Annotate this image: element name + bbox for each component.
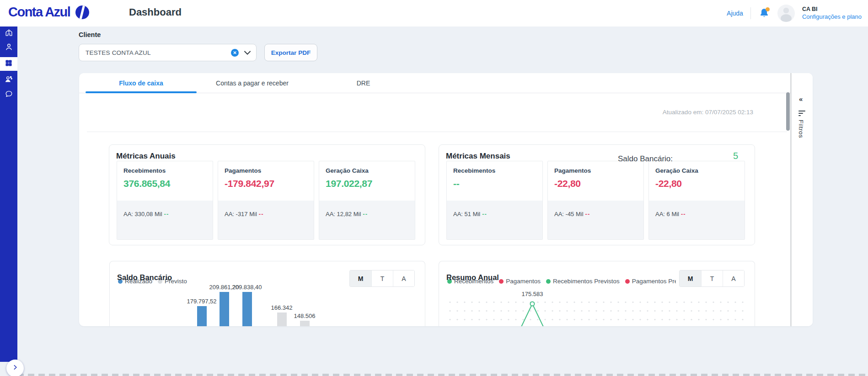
user-icon	[5, 42, 13, 53]
bar-value-label: 148.506	[283, 312, 326, 319]
sidebar-item-clients[interactable]	[0, 73, 17, 87]
sidebar-item-profile[interactable]	[0, 41, 17, 54]
dashboard-grid-icon	[5, 59, 13, 69]
trend-indicator: --	[363, 211, 368, 217]
period-button-t[interactable]: T	[701, 270, 723, 286]
metric-value: -22,80	[554, 178, 581, 189]
trend-indicator: --	[585, 211, 590, 217]
conta-azul-logo[interactable]: Conta Azul	[8, 5, 89, 20]
export-pdf-button[interactable]: Exportar PDF	[264, 44, 317, 61]
metric-label: Recebimentos	[123, 167, 166, 174]
metric-card-recebimentos: Recebimentos376.865,84AA: 330,08 Mil--	[117, 161, 213, 240]
annual-metrics-section: Métricas Anuais Recebimentos376.865,84AA…	[109, 144, 425, 245]
peak-value-label: 175.583	[514, 291, 551, 297]
bank-balance-label: Saldo Bancário:	[618, 154, 673, 164]
bar-value-label: 209.838,40	[225, 284, 268, 291]
tab-dre[interactable]: DRE	[308, 73, 419, 93]
chat-icon	[5, 90, 13, 100]
logo-wordmark: Conta Azul	[8, 5, 70, 20]
bar-realizado[interactable]	[197, 306, 207, 326]
sidebar-expand-button[interactable]	[6, 360, 24, 376]
tab-fluxo-de-caixa[interactable]: Fluxo de caixa	[86, 73, 197, 93]
metric-footer-text: AA: 12,82 Mil	[326, 211, 361, 217]
clients-icon	[4, 74, 13, 85]
conta-azul-logo-icon	[75, 5, 89, 19]
notifications-bell-icon[interactable]	[758, 7, 770, 19]
chevron-down-icon	[244, 48, 251, 57]
metric-card-pagamentos: Pagamentos-179.842,97AA: -317 Mil--	[218, 161, 314, 240]
last-updated-text: Atualizado em: 07/07/2025 02:13	[663, 109, 753, 116]
metric-card-gera-o-caixa: Geração Caixa197.022,87AA: 12,82 Mil--	[319, 161, 415, 240]
bank-balance-count: 5	[733, 151, 738, 161]
sidebar-item-dashboard[interactable]	[0, 57, 17, 71]
metric-card-pagamentos: Pagamentos-22,80AA: -45 Mil--	[547, 161, 644, 240]
metric-label: Pagamentos	[554, 167, 591, 174]
metric-value: 376.865,84	[123, 178, 170, 189]
metric-label: Geração Caixa	[655, 167, 698, 174]
monthly-metrics-section: Métricas Mensais Saldo Bancário: 5 Receb…	[439, 144, 755, 245]
filter-icon	[798, 111, 805, 116]
page-bottom-dashed-edge	[17, 374, 868, 376]
trend-indicator: --	[482, 211, 487, 217]
header-divider	[750, 7, 751, 19]
filters-label: Filtros	[798, 120, 804, 138]
metric-footer-text: AA: 51 Mil	[453, 211, 480, 217]
period-toggle: MTA	[679, 270, 745, 287]
scrollbar-thumb[interactable]	[786, 92, 790, 131]
bar-value-label: 179.797,52	[180, 298, 223, 305]
sidebar-item-home[interactable]	[0, 26, 17, 40]
client-select-value: TESTES CONTA AZUL	[86, 49, 231, 56]
metric-footer: AA: 330,08 Mil--	[117, 201, 213, 239]
metric-footer: AA: 12,82 Mil--	[319, 201, 415, 239]
home-icon	[5, 28, 13, 39]
period-button-a[interactable]: A	[393, 270, 414, 286]
user-avatar[interactable]	[777, 5, 795, 22]
monthly-metrics-title: Métricas Mensais	[446, 152, 510, 161]
metric-value: -22,80	[655, 178, 682, 189]
annual-metrics-title: Métricas Anuais	[116, 152, 176, 161]
period-button-m[interactable]: M	[680, 270, 701, 286]
period-button-t[interactable]: T	[371, 270, 393, 286]
metric-value: -179.842,97	[225, 178, 274, 189]
help-link[interactable]: Ajuda	[727, 10, 743, 17]
metric-footer: AA: 51 Mil--	[447, 201, 542, 239]
annual-summary-chart-card: RecebimentosPagamentosRecebimentos Previ…	[439, 261, 755, 326]
dashboard-panel: Fluxo de caixaContas a pagar e receberDR…	[79, 73, 813, 326]
metric-label: Recebimentos	[453, 167, 495, 174]
page-title: Dashboard	[129, 6, 182, 18]
metric-label: Geração Caixa	[326, 167, 369, 174]
metric-footer: AA: -45 Mil--	[548, 201, 643, 239]
metric-footer: AA: -317 Mil--	[218, 201, 314, 239]
metric-card-gera-o-caixa: Geração Caixa-22,80AA: 6 Mil--	[648, 161, 745, 240]
clear-selection-icon[interactable]: ✕	[231, 49, 239, 57]
sidebar-item-chat[interactable]	[0, 88, 17, 101]
divider	[87, 132, 787, 132]
client-field-label: Cliente	[79, 31, 101, 38]
notification-badge	[766, 7, 770, 11]
bank-balance-chart-card: RealizadoPrevisto Saldo Bancário MTA 179…	[109, 261, 425, 326]
metric-footer: AA: 6 Mil--	[649, 201, 745, 239]
bar-previsto[interactable]	[300, 321, 310, 326]
period-button-m[interactable]: M	[350, 270, 371, 286]
user-name: CA BI	[802, 6, 862, 13]
filters-collapsed-panel[interactable]: « Filtros	[791, 73, 813, 326]
client-select[interactable]: TESTES CONTA AZUL ✕	[79, 44, 257, 61]
chevron-right-icon	[12, 364, 18, 372]
trend-indicator: --	[681, 211, 686, 217]
metric-label: Pagamentos	[225, 167, 261, 174]
expand-filters-icon[interactable]: «	[799, 95, 803, 103]
bar-value-label: 166.342	[260, 304, 303, 311]
metric-value: --	[453, 178, 459, 189]
metric-footer-text: AA: 6 Mil	[655, 211, 679, 217]
metric-footer-text: AA: -45 Mil	[554, 211, 584, 217]
app-header: Conta Azul Dashboard Ajuda CA BI Configu…	[0, 0, 868, 26]
trend-indicator: --	[259, 211, 264, 217]
trend-indicator: --	[164, 211, 169, 217]
period-button-a[interactable]: A	[723, 270, 744, 286]
bar-realizado[interactable]	[220, 292, 229, 326]
settings-plan-link[interactable]: Configurações e plano	[802, 13, 862, 21]
bank-balance-chart-title: Saldo Bancário	[117, 273, 172, 282]
bar-realizado[interactable]	[242, 292, 252, 326]
tab-contas-a-pagar-e-receber[interactable]: Contas a pagar e receber	[197, 73, 308, 93]
metric-footer-text: AA: 330,08 Mil	[123, 211, 162, 217]
